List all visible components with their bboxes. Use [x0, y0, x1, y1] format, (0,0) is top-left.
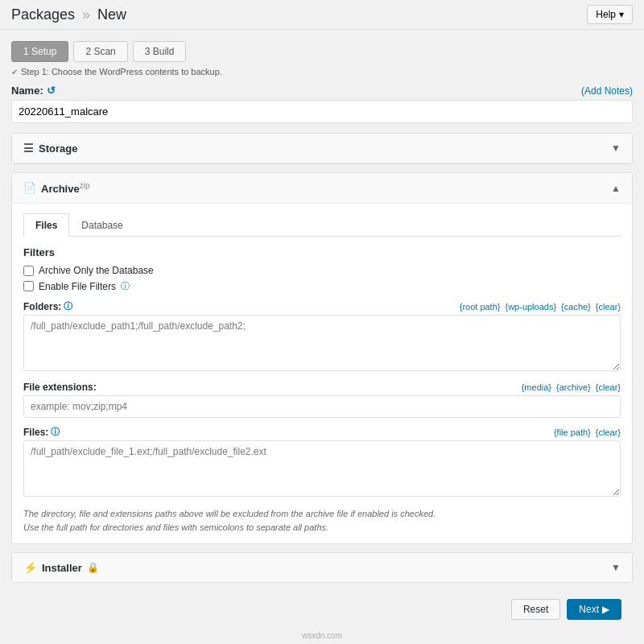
installer-title: Installer: [42, 562, 82, 574]
storage-section: ☰ Storage ▼: [11, 133, 633, 164]
folders-wp-uploads-link[interactable]: {wp-uploads}: [505, 302, 556, 312]
storage-icon: ☰: [23, 142, 34, 155]
installer-header[interactable]: ⚡ Installer 🔒 ▼: [12, 553, 632, 582]
name-label: Name: ↺: [11, 85, 56, 97]
archive-only-db-row: Archive Only the Database: [23, 265, 621, 276]
folders-root-path-link[interactable]: {root path}: [460, 302, 501, 312]
file-ext-media-link[interactable]: {media}: [522, 382, 551, 392]
refresh-icon[interactable]: ↺: [47, 85, 56, 97]
files-file-path-link[interactable]: {file path}: [554, 427, 591, 437]
reset-button[interactable]: Reset: [511, 599, 560, 620]
file-ext-clear-link[interactable]: {clear}: [596, 382, 621, 392]
breadcrumb: Packages » New: [11, 6, 126, 23]
next-label: Next: [579, 604, 599, 615]
folders-label: Folders: ⓘ: [23, 300, 72, 312]
help-chevron-icon: ▾: [619, 9, 624, 20]
storage-title: Storage: [39, 142, 77, 155]
watermark: wsxdn.com: [11, 628, 633, 643]
folders-textarea[interactable]: /full_path/exclude_path1;/full_path/excl…: [23, 315, 621, 371]
archive-chevron-icon: ▲: [611, 183, 621, 194]
top-bar: Packages » New Help ▾: [0, 0, 644, 30]
files-clear-link[interactable]: {clear}: [596, 427, 621, 437]
step-hint: Step 1: Choose the WordPress contents to…: [11, 67, 633, 76]
filters-title: Filters: [23, 246, 621, 258]
breadcrumb-root[interactable]: Packages: [11, 6, 75, 23]
folders-links: {root path} {wp-uploads} {cache} {clear}: [460, 302, 621, 312]
archive-only-db-checkbox[interactable]: [23, 266, 34, 276]
enable-filter-info-icon[interactable]: ⓘ: [121, 280, 130, 292]
installer-section: ⚡ Installer 🔒 ▼: [11, 552, 633, 583]
file-extensions-input[interactable]: [23, 395, 621, 418]
archive-doc-icon: 📄: [23, 182, 36, 194]
help-label: Help: [596, 9, 616, 20]
installer-chevron-icon: ▼: [611, 562, 621, 573]
files-label: Files: ⓘ: [23, 426, 60, 438]
next-arrow-icon: ▶: [602, 604, 609, 615]
step-scan-button[interactable]: 2 Scan: [73, 41, 127, 62]
file-extensions-label: File extensions:: [23, 382, 97, 393]
archive-header[interactable]: 📄 Archivezip ▲: [12, 173, 632, 204]
bolt-icon: ⚡: [23, 561, 37, 574]
archive-body: Files Database Filters Archive Only the …: [12, 204, 632, 543]
name-input[interactable]: [11, 100, 633, 123]
files-links: {file path} {clear}: [554, 427, 621, 437]
tab-database[interactable]: Database: [69, 213, 134, 237]
file-extensions-links: {media} {archive} {clear}: [522, 382, 621, 392]
help-button[interactable]: Help ▾: [587, 5, 633, 24]
files-info-icon[interactable]: ⓘ: [51, 426, 60, 438]
archive-only-db-label: Archive Only the Database: [39, 265, 154, 276]
bottom-bar: Reset Next ▶: [11, 591, 633, 628]
tab-files[interactable]: Files: [23, 213, 69, 237]
breadcrumb-current: New: [97, 6, 126, 23]
add-notes-link[interactable]: (Add Notes): [581, 85, 633, 97]
tabs-row: Files Database: [23, 213, 621, 237]
archive-title: Archivezip: [41, 181, 90, 195]
files-field: Files: ⓘ {file path} {clear} /full_path/…: [23, 426, 621, 499]
next-button[interactable]: Next ▶: [567, 599, 621, 620]
archive-section: 📄 Archivezip ▲ Files Database Filters Ar…: [11, 172, 633, 544]
storage-header[interactable]: ☰ Storage ▼: [12, 134, 632, 163]
file-ext-archive-link[interactable]: {archive}: [556, 382, 591, 392]
step-build-button[interactable]: 3 Build: [133, 41, 187, 62]
lock-icon: 🔒: [87, 562, 99, 573]
name-row: Name: ↺ (Add Notes): [11, 85, 633, 97]
archive-note: The directory, file and extensions paths…: [23, 507, 621, 534]
page-content: 1 Setup 2 Scan 3 Build Step 1: Choose th…: [0, 30, 644, 644]
enable-file-filters-label: Enable File Filters: [39, 281, 116, 292]
steps-bar: 1 Setup 2 Scan 3 Build: [11, 41, 633, 62]
step-setup-button[interactable]: 1 Setup: [11, 41, 68, 62]
enable-file-filters-checkbox[interactable]: [23, 281, 34, 291]
folders-cache-link[interactable]: {cache}: [561, 302, 591, 312]
enable-file-filters-row: Enable File Filters ⓘ: [23, 280, 621, 292]
folders-field: Folders: ⓘ {root path} {wp-uploads} {cac…: [23, 300, 621, 374]
folders-clear-link[interactable]: {clear}: [596, 302, 621, 312]
breadcrumb-separator: »: [82, 6, 90, 23]
folders-info-icon[interactable]: ⓘ: [64, 300, 72, 312]
file-extensions-field: File extensions: {media} {archive} {clea…: [23, 382, 621, 418]
storage-chevron-icon: ▼: [611, 142, 621, 154]
files-textarea[interactable]: /full_path/exclude_file_1.ext;/full_path…: [23, 440, 621, 497]
